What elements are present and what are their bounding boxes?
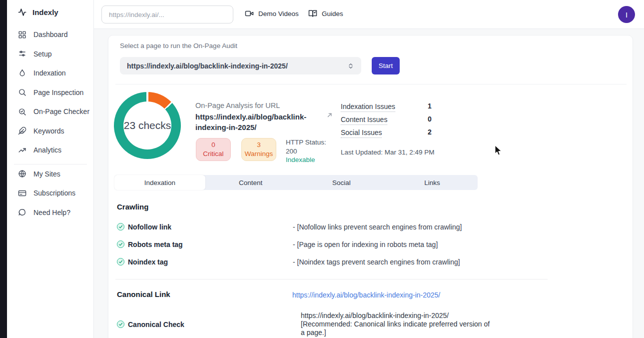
warnings-badge: 3 Warnings <box>241 138 276 161</box>
indexation-issues-value: 1 <box>428 102 432 110</box>
book-icon <box>308 9 317 18</box>
activity-icon <box>18 8 26 16</box>
select-page-label: Select a page to run the On-Page Audit <box>120 42 237 50</box>
crawl-row-nofollow: Nofollow link - [Nofollow links prevent … <box>117 222 617 232</box>
tab-links[interactable]: Links <box>387 175 478 190</box>
sidebar-item-label: On-Page Checker <box>33 108 89 116</box>
avatar-initial: I <box>626 10 628 19</box>
tab-social[interactable]: Social <box>296 175 387 190</box>
check-circle-icon <box>117 223 124 230</box>
search-check-icon <box>18 108 26 116</box>
site-url-input[interactable] <box>101 6 233 24</box>
indexation-issues-row: Indexation Issues 1 <box>341 102 441 115</box>
feather-icon <box>18 126 26 135</box>
on-page-audit-card: Select a page to run the On-Page Audit h… <box>108 35 633 338</box>
sidebar-item-label: Analytics <box>33 146 61 154</box>
sidebar-item-keywords[interactable]: Keywords <box>18 126 64 136</box>
sidebar: Indexly Dashboard Setup Indexation Page … <box>7 0 94 338</box>
http-status-label: HTTP Status: <box>286 138 326 147</box>
crawl-row-robots-meta: Robots meta tag - [Page is open for inde… <box>117 240 617 250</box>
sidebar-item-on-page-checker[interactable]: On-Page Checker <box>18 106 89 117</box>
guides-label: Guides <box>322 10 343 18</box>
sidebar-item-setup[interactable]: Setup <box>18 48 52 60</box>
sidebar-item-label: Page Inspection <box>33 88 83 96</box>
check-circle-icon <box>117 240 124 248</box>
app-logo[interactable]: Indexly <box>18 8 58 16</box>
indexation-issues-label[interactable]: Indexation Issues <box>341 102 395 112</box>
crawl-item-label: Noindex tag <box>128 258 168 266</box>
demo-videos-link[interactable]: Demo Videos <box>245 9 299 18</box>
warnings-count: 3 <box>257 140 261 150</box>
checks-donut-chart: 23 checks <box>114 92 181 159</box>
sidebar-item-my-sites[interactable]: My Sites <box>18 168 60 180</box>
sidebar-item-label: Indexation <box>33 69 66 77</box>
crawl-item-description: - [Page is open for indexing in robots m… <box>293 240 438 248</box>
social-issues-value: 2 <box>428 128 432 136</box>
social-issues-row: Social Issues 2 <box>341 128 441 141</box>
sidebar-item-page-inspection[interactable]: Page Inspection <box>18 87 83 98</box>
app-name: Indexly <box>32 8 58 16</box>
last-updated: Last Updated: Mar 31, 2:49 PM <box>341 148 435 156</box>
critical-label: Critical <box>203 150 223 158</box>
content-issues-label[interactable]: Content Issues <box>341 116 387 125</box>
canonical-link[interactable]: https://indexly.ai/blog/backlink-indexin… <box>292 291 440 299</box>
user-avatar[interactable]: I <box>618 6 635 23</box>
tab-indexation[interactable]: Indexation <box>114 175 205 190</box>
critical-count: 0 <box>211 140 215 150</box>
http-status-value: 200 <box>286 147 326 156</box>
sidebar-item-label: Setup <box>33 50 52 58</box>
analyzed-url: https://indexly.ai/blog/backlink-indexin… <box>195 112 321 132</box>
indexable-status: Indexable <box>286 156 326 164</box>
sidebar-item-label: Keywords <box>33 127 64 135</box>
check-circle-icon <box>117 320 124 328</box>
canonical-title: Canonical Link <box>117 290 170 298</box>
start-button[interactable]: Start <box>372 57 400 74</box>
demo-videos-label: Demo Videos <box>258 10 299 18</box>
tab-content[interactable]: Content <box>205 175 296 190</box>
crawl-item-label: Nofollow link <box>128 223 171 231</box>
window-edge <box>0 0 7 338</box>
analysis-title: On-Page Analysis for URL <box>195 102 280 110</box>
content-issues-row: Content Issues 0 <box>341 115 441 128</box>
critical-badge: 0 Critical <box>196 138 231 161</box>
section-divider <box>115 279 548 280</box>
trending-up-icon <box>18 146 26 154</box>
donut-center-label: 23 checks <box>124 120 171 132</box>
result-tabs: Indexation Content Social Links <box>114 175 478 190</box>
canonical-check-note: [Recommended: Canonical links indicate p… <box>301 320 490 336</box>
flame-icon <box>18 69 26 78</box>
sidebar-item-need-help[interactable]: Need Help? <box>18 207 70 218</box>
chat-icon <box>18 208 26 216</box>
crawl-item-label: Robots meta tag <box>128 240 183 248</box>
canonical-check-description: https://indexly.ai/blog/backlink-indexin… <box>301 312 493 337</box>
sliders-icon <box>18 50 26 58</box>
page-select-dropdown[interactable]: https://indexly.ai/blog/backlink-indexin… <box>120 57 361 74</box>
sidebar-item-subscriptions[interactable]: Subscriptions <box>18 188 75 198</box>
crawl-item-description: - [Noindex tags prevent search engines f… <box>293 258 460 266</box>
social-issues-label[interactable]: Social Issues <box>341 128 382 138</box>
sidebar-item-indexation[interactable]: Indexation <box>18 68 66 78</box>
main-content: Select a page to run the On-Page Audit h… <box>94 29 644 338</box>
header: Demo Videos Guides I <box>94 0 644 29</box>
sidebar-item-analytics[interactable]: Analytics <box>18 144 61 156</box>
sidebar-divider <box>14 164 87 164</box>
sidebar-item-label: Need Help? <box>33 208 70 216</box>
credit-card-icon <box>18 189 26 198</box>
canonical-check-url: https://indexly.ai/blog/backlink-indexin… <box>301 312 449 320</box>
globe-icon <box>18 170 26 178</box>
sidebar-item-label: My Sites <box>33 170 60 178</box>
crawl-item-description: - [Nofollow links prevent search engines… <box>293 223 462 231</box>
grid-icon <box>18 30 26 39</box>
warnings-label: Warnings <box>245 150 273 158</box>
external-link-icon[interactable] <box>326 112 333 118</box>
crawling-title: Crawling <box>117 202 148 211</box>
content-issues-value: 0 <box>428 115 432 123</box>
sidebar-item-label: Subscriptions <box>33 189 75 197</box>
video-camera-icon <box>245 9 254 18</box>
http-status-block: HTTP Status: 200 Indexable <box>286 138 326 164</box>
sidebar-item-dashboard[interactable]: Dashboard <box>18 29 68 40</box>
page-select-value: https://indexly.ai/blog/backlink-indexin… <box>127 62 347 70</box>
guides-link[interactable]: Guides <box>308 9 343 18</box>
sidebar-item-label: Dashboard <box>33 30 68 38</box>
canonical-check-label: Canonical Check <box>128 320 184 328</box>
